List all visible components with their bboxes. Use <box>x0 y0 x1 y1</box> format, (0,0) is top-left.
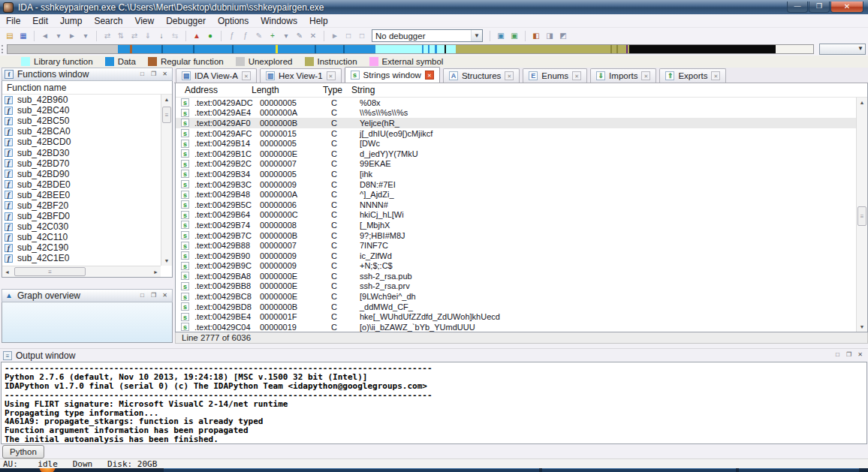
string-table-row[interactable]: s.text:00429BD80000000BC_ddMWd_CF_ <box>176 302 856 312</box>
tab-exports[interactable]: ⇑Exports✕ <box>659 68 726 83</box>
output-float-button[interactable]: ❐ <box>844 350 854 360</box>
functions-close-button[interactable]: ✕ <box>160 70 170 80</box>
add-item-dropdown-icon[interactable]: ▾ <box>280 30 292 42</box>
string-table-row[interactable]: s.text:00429B1400000005C[DWc <box>176 138 856 149</box>
string-table-row[interactable]: s.text:00429AE40000000AC\\%s\\%s\\%s <box>176 108 856 119</box>
function-list-item[interactable]: fsub_42BD70 <box>2 158 161 169</box>
navigate-back-icon[interactable]: ◄ <box>39 30 51 42</box>
function-name-column-header[interactable]: Function name <box>2 81 172 95</box>
reanalyze-icon[interactable]: ● <box>204 30 216 42</box>
jump-to-function-icon[interactable]: ⇅ <box>115 30 127 42</box>
debugger-pause-icon[interactable]: □ <box>342 30 354 42</box>
tab-close-icon[interactable]: ✕ <box>572 71 581 80</box>
string-table-row[interactable]: s.text:00429ADC00000005C%08x <box>176 98 856 108</box>
navband-drag-handle[interactable] <box>2 45 5 53</box>
navband-segment-library-function[interactable] <box>375 45 456 53</box>
tab-close-icon[interactable]: ✕ <box>505 71 514 80</box>
tab-enums[interactable]: EEnums✕ <box>523 68 587 83</box>
function-list-item[interactable]: fsub_42BFD0 <box>2 211 161 221</box>
open-file-icon[interactable]: ▤ <box>4 30 16 42</box>
function-list-item[interactable]: fsub_42BF20 <box>2 200 161 211</box>
function-list-item[interactable]: fsub_42C030 <box>2 221 161 232</box>
close-button[interactable]: ✕ <box>830 2 863 13</box>
tab-close-icon[interactable]: ✕ <box>641 71 650 80</box>
graph-float-button[interactable]: ❐ <box>149 291 158 301</box>
string-table-row[interactable]: s.text:00429C0400000019C[o)\ii_bZAWZ_`bY… <box>176 322 856 332</box>
string-table-row[interactable]: s.text:00429B2C00000007C99EKAE <box>176 159 856 170</box>
set-type-icon[interactable]: ✎ <box>253 30 265 42</box>
function-list-item[interactable]: fsub_42BDE0 <box>2 179 161 190</box>
maximize-button[interactable]: ❐ <box>809 2 830 13</box>
string-table-row[interactable]: s.text:00429B7400000008C[_MbjhX <box>176 220 856 230</box>
signatures-icon[interactable]: ◩ <box>557 30 569 42</box>
string-table-row[interactable]: s.text:00429BC80000000EC[9LWch9ei^_dh <box>176 291 856 302</box>
jump-to-address-icon[interactable]: ↓ <box>155 30 167 42</box>
function-list-item[interactable]: fsub_42C190 <box>2 242 161 253</box>
menu-debugger[interactable]: Debugger <box>160 15 212 27</box>
navband-segment-tail-black[interactable] <box>629 45 776 53</box>
navband-segment-tail-empty[interactable] <box>776 45 813 53</box>
functions-horizontal-scrollbar[interactable]: ◄ ≡ ► <box>2 266 161 277</box>
navband-zoom-select[interactable]: ▼ <box>819 44 866 55</box>
string-table-row[interactable]: s.text:00429B9C00000009C+N;$;:C$ <box>176 261 856 272</box>
string-table-row[interactable]: s.text:00429B1C0000000ECd_jedY)Y(7MkU <box>176 149 856 159</box>
functions-hscroll-thumb[interactable]: ≡ <box>14 267 86 276</box>
tab-structures[interactable]: AStructures✕ <box>443 68 520 83</box>
string-table-row[interactable]: s.text:00429BA80000000ECssh-2_rsa.pub <box>176 271 856 281</box>
undefine-icon[interactable]: ✕ <box>307 30 319 42</box>
patch-icon[interactable]: ✎ <box>294 30 306 42</box>
save-icon[interactable]: ▦ <box>17 30 29 42</box>
taskbar-button[interactable] <box>542 468 736 472</box>
string-table-row[interactable]: s.text:00429AFC00000015Cj[_dhIU(eo9[)cMj… <box>176 128 856 139</box>
functions-window-titlebar[interactable]: f Functions window □ ❐ ✕ <box>2 68 173 81</box>
tab-close-icon[interactable]: ✕ <box>242 71 251 80</box>
output-restore-button[interactable]: □ <box>833 350 842 360</box>
python-console-tab[interactable]: Python <box>2 445 44 458</box>
string-table-row[interactable]: s.text:00429B7C0000000BC9?;HBI#M8J <box>176 230 856 241</box>
scroll-up-icon[interactable]: ▲ <box>161 95 172 104</box>
string-table-row[interactable]: s.text:00429B9000000009Cic_ZlfWd <box>176 251 856 261</box>
tab-close-icon[interactable]: ✕ <box>711 71 720 80</box>
tab-strings-window[interactable]: sStrings window✕ <box>345 67 440 83</box>
function-list-item[interactable]: fsub_42BD90 <box>2 169 161 179</box>
function-list-item[interactable]: fsub_42B960 <box>2 95 161 105</box>
string-table-row[interactable]: s.text:00429B5C00000006CNNNN# <box>176 200 856 210</box>
graph-close-button[interactable]: ✕ <box>160 291 170 301</box>
tab-close-icon[interactable]: ✕ <box>425 71 434 80</box>
navigate-back-dropdown-icon[interactable]: ▾ <box>53 30 65 42</box>
string-table-row[interactable]: s.text:00429B3400000005C[ihk <box>176 169 856 179</box>
menu-file[interactable]: File <box>0 15 26 27</box>
tab-ida-view-a[interactable]: ▤IDA View-A✕ <box>176 68 257 83</box>
output-console[interactable]: ----------------------------------------… <box>1 362 867 444</box>
segments-icon[interactable]: ◧ <box>530 30 542 42</box>
scroll-left-icon[interactable]: ◄ <box>2 266 12 277</box>
string-table-row[interactable]: s.text:00429B640000000CChkiCj_hL[Wi <box>176 210 856 221</box>
functions-vertical-scrollbar[interactable]: ▲ ≡ ▼ <box>161 95 172 266</box>
function-list-item[interactable]: fsub_42C110 <box>2 232 161 242</box>
function-list-item[interactable]: fsub_42BC50 <box>2 116 161 126</box>
function-list-item[interactable]: fsub_42BD30 <box>2 147 161 158</box>
debugger-select[interactable]: No debugger▼ <box>372 29 483 42</box>
start-orb-icon[interactable] <box>39 468 56 472</box>
menu-jump[interactable]: Jump <box>54 15 88 27</box>
column-header-length[interactable]: Length <box>252 85 323 95</box>
column-header-string[interactable]: String <box>351 85 867 95</box>
strings-scroll-thumb[interactable]: ≡ <box>857 206 866 226</box>
jump-to-problem-icon[interactable]: ⇓ <box>142 30 154 42</box>
menu-edit[interactable]: Edit <box>26 15 54 27</box>
output-window-titlebar[interactable]: ≡ Output window □ ❐ ✕ <box>0 348 868 362</box>
menu-view[interactable]: View <box>128 15 160 27</box>
navigate-forward-dropdown-icon[interactable]: ▾ <box>80 30 92 42</box>
python-console-icon[interactable]: ▣ <box>508 30 520 42</box>
string-table-row[interactable]: s.text:00429BE40000001FChke[_WUhdUfZZdfd… <box>176 311 856 322</box>
windows-taskbar[interactable] <box>0 468 868 472</box>
menu-windows[interactable]: Windows <box>255 15 303 27</box>
menu-help[interactable]: Help <box>303 15 334 27</box>
create-function-icon[interactable]: ƒ <box>226 30 238 42</box>
navigation-band[interactable] <box>7 44 814 54</box>
produce-file-icon[interactable]: ▲ <box>191 30 203 42</box>
string-table-row[interactable]: s.text:00429B480000000AC^]_AjdZi_ <box>176 189 856 200</box>
debugger-start-icon[interactable]: ► <box>329 30 341 42</box>
navigate-forward-icon[interactable]: ► <box>66 30 78 42</box>
functions-restore-button[interactable]: □ <box>137 70 147 80</box>
